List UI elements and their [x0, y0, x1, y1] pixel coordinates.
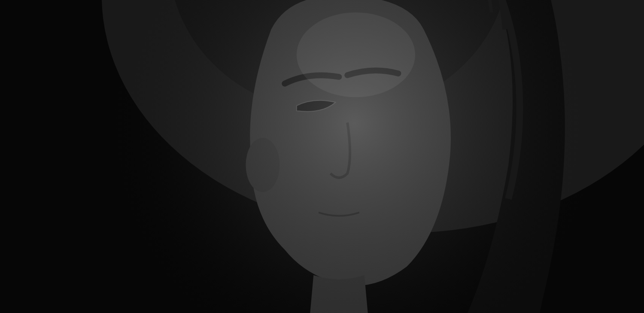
images-section: Original After: [102, 58, 495, 306]
after-image-box: [302, 69, 496, 237]
images-row: [102, 69, 495, 306]
after-portrait: [302, 69, 496, 237]
svg-rect-23: [302, 69, 496, 237]
content-area: Original After: [88, 58, 644, 313]
main-content: Image Enhancer Upscale images' quality t…: [88, 0, 644, 313]
